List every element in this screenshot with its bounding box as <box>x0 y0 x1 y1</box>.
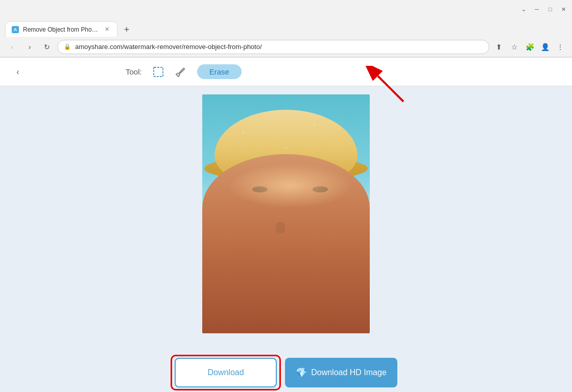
reload-btn[interactable]: ↻ <box>40 40 54 54</box>
skin-overlay <box>202 154 370 333</box>
bookmark-btn[interactable]: ☆ <box>508 40 521 54</box>
tool-icons <box>150 64 189 80</box>
tool-label: Tool: <box>126 67 142 76</box>
new-tab-button[interactable]: + <box>120 22 134 37</box>
url-text: amoyshare.com/watermark-remover/remove-o… <box>75 43 483 51</box>
forward-nav-btn[interactable]: › <box>22 40 37 54</box>
lock-icon: 🔒 <box>64 43 71 50</box>
back-nav-btn[interactable]: ‹ <box>5 40 19 54</box>
photo-container <box>202 94 370 333</box>
tab-label: Remove Object from Photo Onli... <box>23 26 99 33</box>
share-btn[interactable]: ⬆ <box>492 40 506 54</box>
close-btn[interactable]: ✕ <box>560 6 567 13</box>
app-back-btn[interactable]: ‹ <box>10 64 26 80</box>
menu-btn[interactable]: ⋮ <box>554 40 567 54</box>
chevron-down-btn[interactable]: ⌄ <box>520 6 527 13</box>
address-bar[interactable]: 🔒 amoyshare.com/watermark-remover/remove… <box>57 40 489 54</box>
app-content: ‹ Tool: Erase <box>0 58 572 392</box>
erase-button[interactable]: Erase <box>197 64 242 79</box>
minimize-btn[interactable]: ─ <box>533 6 540 13</box>
photo <box>202 94 370 333</box>
download-hd-button[interactable]: 💎 Download HD Image <box>285 358 397 387</box>
maximize-btn[interactable]: □ <box>546 6 554 13</box>
tab-close-btn[interactable]: ✕ <box>103 26 111 34</box>
download-btn-wrapper: Download <box>175 358 277 387</box>
gem-icon: 💎 <box>296 367 307 378</box>
svg-rect-0 <box>154 67 163 77</box>
profile-btn[interactable]: 👤 <box>538 40 552 54</box>
download-button[interactable]: Download <box>175 358 277 387</box>
browser-tab[interactable]: A Remove Object from Photo Onli... ✕ <box>5 21 117 37</box>
app-toolbar: ‹ Tool: Erase <box>0 58 572 86</box>
tab-favicon: A <box>12 26 19 33</box>
bottom-actions: Download 💎 Download HD Image <box>175 358 397 387</box>
extensions-btn[interactable]: 🧩 <box>523 40 536 54</box>
brush-tool-btn[interactable] <box>173 64 189 80</box>
download-hd-label: Download HD Image <box>311 368 387 377</box>
selection-tool-btn[interactable] <box>150 64 166 80</box>
